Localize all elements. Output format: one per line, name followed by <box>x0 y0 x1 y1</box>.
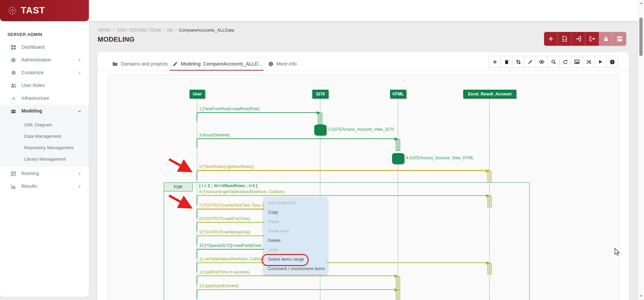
actor-excel-result-account[interactable]: Excel_Result_Account <box>463 90 516 98</box>
top-header <box>0 0 644 21</box>
activation-excel <box>487 263 492 274</box>
content-card: Domains and projects Modeling: CompareAc… <box>98 52 629 300</box>
scrollbar-down-arrow[interactable]: ▼ <box>640 294 643 298</box>
help-button[interactable] <box>606 56 618 68</box>
delete-button[interactable] <box>500 56 513 68</box>
run-button[interactable] <box>594 56 606 68</box>
menu-item-delete[interactable]: Delete <box>264 236 327 245</box>
sidebar-item-customize[interactable]: Customize <box>0 66 89 79</box>
image-button[interactable] <box>571 56 583 68</box>
message-4[interactable]: 4.GATEAccess_Account_View_HTML <box>406 156 474 160</box>
sidebar-item-modeling[interactable]: Modeling <box>0 104 89 117</box>
sidebar-section-label: SERVER ADMIN <box>7 32 42 37</box>
tabs-divider <box>98 71 629 71</box>
sidebar-item-running[interactable]: Running <box>0 167 89 180</box>
message-2[interactable]: 2.GATEAccess_Account_View_3270 <box>328 127 394 132</box>
source-tick <box>197 139 197 148</box>
message-13[interactable]: 13.type(InputElement) <box>197 283 398 289</box>
sidebar-item-administration[interactable]: Administration <box>0 53 89 66</box>
sidebar-item-repository-management[interactable]: Repository Management <box>0 142 89 153</box>
message-1[interactable]: 1.[*textFromRow]=readRow(Row) <box>197 106 320 112</box>
save-button <box>613 32 626 46</box>
cog-icon <box>10 70 17 76</box>
sidebar-item-library-management[interactable]: Library Management <box>0 153 89 165</box>
search-button[interactable] <box>547 56 559 68</box>
chevron-right-icon <box>77 170 82 176</box>
for-fragment-label: FOR <box>164 182 193 191</box>
diagram-toolbar <box>489 56 618 68</box>
scrollbar-thumb[interactable] <box>639 17 643 56</box>
activation-3270 <box>318 113 322 125</box>
bar-chart-icon <box>10 183 17 189</box>
calendar-icon <box>10 170 17 176</box>
shuffle-button[interactable] <box>583 56 595 68</box>
breadcrumb-item[interactable]: Ale <box>167 28 173 33</box>
crop-button[interactable] <box>512 56 524 68</box>
sidebar-item-data-management[interactable]: Data Management <box>0 130 89 142</box>
scrollbar-up-arrow[interactable]: ▲ <box>640 1 643 5</box>
briefcase-icon <box>10 108 17 114</box>
source-tick <box>197 113 197 122</box>
message-3[interactable]: 3.focus(Element) <box>197 132 398 138</box>
menu-item-copy[interactable]: Copy <box>264 208 327 217</box>
sidebar-item-uml-diagram[interactable]: UML Diagram <box>0 119 89 130</box>
menu-item-edit-properties: Edit properties <box>264 198 327 208</box>
sequence-diagram-canvas[interactable]: User 3270 HTML Excel_Result_Account FOR … <box>108 75 620 300</box>
app-name: TAST <box>21 5 45 16</box>
action-button-group <box>544 32 626 46</box>
source-tick <box>197 290 197 299</box>
tab-more-info[interactable]: More info <box>268 57 297 71</box>
pencil-icon <box>173 61 178 67</box>
menu-item-undo: Undo <box>264 245 327 255</box>
chevron-right-icon <box>77 70 82 76</box>
export-button[interactable] <box>585 32 599 46</box>
context-menu: Edit properties Copy Paste Paste here De… <box>264 198 327 274</box>
breadcrumb-item-current: CompareAccounts_ALLData <box>179 28 234 33</box>
gear-icon <box>10 57 17 63</box>
users-icon <box>10 82 17 88</box>
actor-user[interactable]: User <box>190 90 205 98</box>
exec-block-4[interactable] <box>392 153 404 164</box>
logo-dots-icon <box>8 6 17 15</box>
dashboard-icon <box>10 44 17 50</box>
magic-wand-button[interactable] <box>524 56 536 68</box>
add-item-button[interactable] <box>489 56 501 68</box>
sidebar-item-results[interactable]: Results <box>0 180 89 192</box>
export-xml-button[interactable] <box>558 32 572 46</box>
menu-item-select-items-range[interactable]: Select items range <box>264 255 327 264</box>
tab-domains-and-projects[interactable]: Domains and projects <box>112 57 168 71</box>
sidebar-item-dashboard[interactable]: Dashboard <box>0 41 89 53</box>
menu-item-comment-uncomment[interactable]: Comment / uncomment items <box>264 264 327 273</box>
import-button[interactable] <box>572 32 585 46</box>
menu-item-paste: Paste <box>264 217 327 226</box>
message-11[interactable]: 11.setTableValue(RowNum, ColNum <box>197 256 489 262</box>
chevron-down-icon <box>77 108 82 114</box>
sidebar-item-infrastructure[interactable]: Infrastructure <box>0 92 89 104</box>
breadcrumb-item[interactable]: TAST TESTING TEAM <box>117 28 161 33</box>
letter-a-icon <box>10 95 17 101</box>
sidebar-item-user-roles[interactable]: User Roles <box>0 79 89 92</box>
info-icon <box>268 61 273 67</box>
activation-excel <box>487 196 492 207</box>
eye-button[interactable] <box>536 56 548 68</box>
lock-button <box>599 32 613 46</box>
breadcrumb: SIPSA/TAST TESTING TEAM/Ale/CompareAccou… <box>98 28 234 33</box>
app-logo[interactable]: TAST <box>0 0 89 21</box>
page-title: MODELING <box>98 36 135 43</box>
message-6[interactable]: 6.[*Account]=getTableValue(RowNum, ColNu… <box>197 189 489 195</box>
refresh-button[interactable] <box>559 56 571 68</box>
vertical-scrollbar: ▲ ▼ <box>638 0 644 300</box>
chevron-right-icon <box>77 183 82 189</box>
activation-html <box>396 290 400 300</box>
for-fragment-condition: [ i = 2 ; #i<=#NumRows ; i+3 ] <box>199 183 257 188</box>
breadcrumb-item[interactable]: SIPSA <box>98 28 111 33</box>
actor-html[interactable]: HTML <box>390 90 406 98</box>
add-button[interactable] <box>544 32 558 46</box>
activation-excel <box>487 171 492 182</box>
tab-modeling[interactable]: Modeling: CompareAccounts_ALLD... <box>173 57 262 71</box>
chevron-right-icon <box>77 57 82 63</box>
message-5[interactable]: 5.[*NumRows]=getNumRows() <box>197 164 489 170</box>
source-tick <box>197 171 197 180</box>
actor-3270[interactable]: 3270 <box>312 90 328 98</box>
sidebar: SERVER ADMIN Dashboard Administration Cu… <box>0 21 89 297</box>
